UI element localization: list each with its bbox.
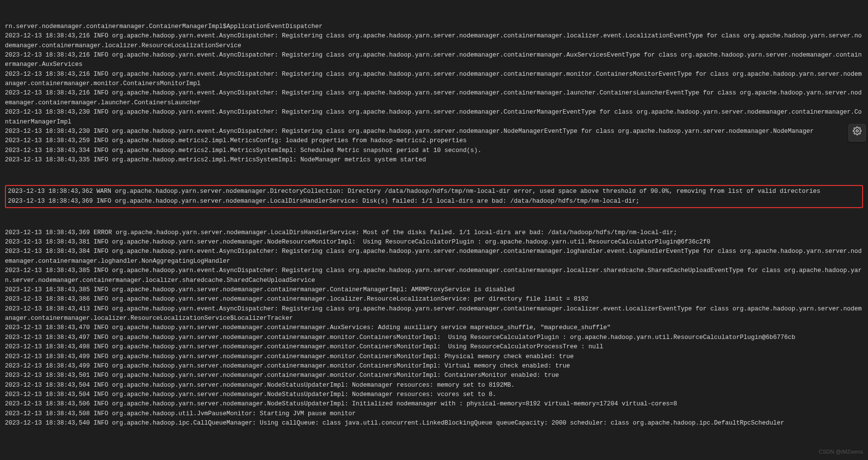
log-line: 2023-12-13 18:38:43,216 INFO org.apache.… — [5, 89, 863, 108]
log-line: 2023-12-13 18:38:43,504 INFO org.apache.… — [5, 390, 863, 399]
log-line: 2023-12-13 18:38:43,381 INFO org.apache.… — [5, 238, 863, 247]
log-line: 2023-12-13 18:38:43,334 INFO org.apache.… — [5, 146, 863, 155]
log-block-after: 2023-12-13 18:38:43,369 ERROR org.apache… — [5, 228, 863, 429]
log-line: 2023-12-13 18:38:43,498 INFO org.apache.… — [5, 342, 863, 352]
log-line: 2023-12-13 18:38:43,384 INFO org.apache.… — [5, 247, 863, 266]
log-line: 2023-12-13 18:38:43,386 INFO org.apache.… — [5, 295, 863, 304]
log-line: 2023-12-13 18:38:43,335 INFO org.apache.… — [5, 155, 863, 165]
log-line: 2023-12-13 18:38:43,470 INFO org.apache.… — [5, 323, 863, 333]
log-line: 2023-12-13 18:38:43,216 INFO org.apache.… — [5, 70, 863, 89]
log-line: 2023-12-13 18:38:43,504 INFO org.apache.… — [5, 381, 863, 390]
log-line: 2023-12-13 18:38:43,540 INFO org.apache.… — [5, 419, 863, 428]
log-line: 2023-12-13 18:38:43,499 INFO org.apache.… — [5, 362, 863, 371]
log-line: 2023-12-13 18:38:43,230 INFO org.apache.… — [5, 108, 863, 127]
terminal-log[interactable]: rn.server.nodemanager.containermanager.C… — [0, 0, 868, 443]
log-line: 2023-12-13 18:38:43,216 INFO org.apache.… — [5, 51, 863, 70]
log-line: 2023-12-13 18:38:43,216 INFO org.apache.… — [5, 31, 863, 51]
log-line: 2023-12-13 18:38:43,369 INFO org.apache.… — [8, 197, 860, 206]
log-block-highlight: 2023-12-13 18:38:43,362 WARN org.apache.… — [5, 185, 863, 208]
log-line: 2023-12-13 18:38:43,499 INFO org.apache.… — [5, 352, 863, 362]
gear-icon — [853, 126, 862, 139]
log-line: 2023-12-13 18:38:43,501 INFO org.apache.… — [5, 371, 863, 380]
log-line: 2023-12-13 18:38:43,362 WARN org.apache.… — [8, 187, 860, 196]
settings-button[interactable] — [848, 124, 866, 142]
log-line: 2023-12-13 18:38:43,506 INFO org.apache.… — [5, 399, 863, 409]
log-line: rn.server.nodemanager.containermanager.C… — [5, 22, 863, 31]
log-line: 2023-12-13 18:38:43,497 INFO org.apache.… — [5, 333, 863, 342]
log-line: 2023-12-13 18:38:43,259 INFO org.apache.… — [5, 136, 863, 146]
log-line: 2023-12-13 18:38:43,230 INFO org.apache.… — [5, 127, 863, 136]
log-block-before: rn.server.nodemanager.containermanager.C… — [5, 22, 863, 165]
log-line: 2023-12-13 18:38:43,413 INFO org.apache.… — [5, 305, 863, 324]
log-line: 2023-12-13 18:38:43,385 INFO org.apache.… — [5, 285, 863, 295]
log-line: 2023-12-13 18:38:43,369 ERROR org.apache… — [5, 228, 863, 238]
svg-point-0 — [856, 130, 859, 132]
log-line: 2023-12-13 18:38:43,508 INFO org.apache.… — [5, 409, 863, 419]
log-line: 2023-12-13 18:38:43,385 INFO org.apache.… — [5, 266, 863, 285]
